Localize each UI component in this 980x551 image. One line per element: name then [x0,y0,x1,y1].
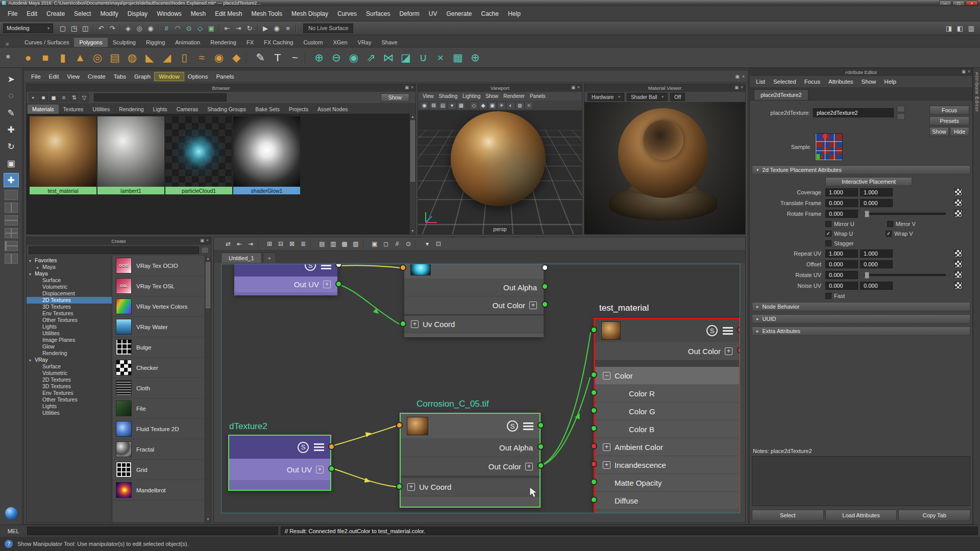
mirror-v-checkbox[interactable] [887,221,893,227]
node-attribute-row[interactable]: Color R [595,385,739,403]
input-port[interactable] [400,264,406,271]
align-left-icon[interactable]: ▤ [317,239,327,249]
tree-item[interactable]: ▸Maya [27,264,112,270]
selected-port[interactable] [335,264,342,268]
separate-icon[interactable]: ⊖ [328,49,345,66]
tree-expand-icon[interactable]: ▾ [29,271,35,278]
poly-platonic-icon[interactable]: ◆ [228,49,245,66]
repeat-uv-map-button[interactable] [954,249,962,257]
select-by-object-icon[interactable]: ◎ [134,23,144,33]
tree-item[interactable]: Env Textures [27,310,112,317]
scroll-down-icon[interactable]: ▼ [410,228,415,234]
wrap-u-checkbox[interactable]: ✓ [825,231,831,237]
output-connections-icon[interactable]: ⇥ [233,23,243,33]
sep[interactable] [91,23,95,33]
rotate-uv-slider[interactable] [864,274,946,276]
swatch-small-button[interactable] [897,106,905,112]
browser-tab[interactable]: Rendering [114,105,148,114]
material-swatch-image[interactable] [233,116,300,187]
node-file1[interactable]: Out Alpha Out Color + + Uv Coord [404,264,544,337]
shaded-icon[interactable]: ◆ [479,102,487,110]
ipr-render-icon[interactable]: ◉ [272,23,282,33]
undo-icon[interactable]: ↶ [96,23,106,33]
tree-item[interactable]: Volumetric [27,370,112,377]
image-plane-icon[interactable]: ▦ [457,102,465,110]
sep[interactable] [294,23,298,33]
noise-uv-map-button[interactable] [954,282,962,289]
browser-tab[interactable]: Lights [149,105,172,114]
input-port[interactable] [591,461,597,467]
offset-v-field[interactable]: 0.000 [860,260,893,268]
rotate-frame-slider[interactable] [864,213,946,215]
rearrange-graph-icon[interactable]: ≣ [298,239,308,249]
interactive-placement-button[interactable]: Interactive Placement [825,177,912,186]
material-viewer-render[interactable] [584,102,745,234]
close-icon[interactable]: × [968,69,970,74]
menu-item[interactable]: Mesh Tools [247,10,287,17]
mel-label[interactable]: MEL [2,528,24,534]
menu-item[interactable]: Create [42,10,69,17]
select-camera-icon[interactable]: ◉ [420,102,429,110]
menu-item[interactable]: Modify [95,10,122,17]
material-swatch-image[interactable] [97,116,164,187]
frame-selection-icon[interactable]: ◻ [381,239,391,249]
tree-item[interactable]: Other Textures [27,396,112,403]
browser-tab[interactable]: Asset Nodes [313,105,353,114]
poly-text-icon[interactable]: T [269,49,286,66]
snap-to-plane-icon[interactable]: ◇ [195,23,205,33]
material-swatch-image[interactable] [30,116,96,187]
sculpt-tool-icon[interactable]: ✎ [252,49,269,66]
remove-from-graph-icon[interactable]: ⊟ [276,239,286,249]
select-by-component-icon[interactable]: ◉ [145,23,156,33]
attribute-editor-menu-item[interactable]: List [752,79,769,85]
boolean-icon[interactable]: ∪ [414,49,432,66]
hide-button[interactable]: Hide [950,127,969,136]
browser-tab[interactable]: Textures [59,105,88,114]
node-row-out-uv[interactable]: Out UV + [229,459,330,480]
sep[interactable] [466,102,469,110]
sep[interactable] [217,23,221,33]
tree-item[interactable]: Surface [27,277,112,284]
poly-plane-icon[interactable]: ▤ [106,49,124,66]
poly-sphere-icon[interactable]: ● [19,49,37,66]
renderer-dropdown[interactable]: Hardware ▾ [587,93,624,101]
poly-disc-icon[interactable]: ◍ [124,49,141,66]
menu-item[interactable]: Select [69,10,95,17]
swatch-large-button[interactable] [897,113,905,120]
input-port[interactable] [591,443,597,449]
attribute-editor-menu-item[interactable]: Attributes [824,79,857,85]
close-icon[interactable]: × [411,85,413,90]
close-icon[interactable]: × [742,74,745,79]
bookmark-icon[interactable]: ▾ [422,239,432,249]
node-header[interactable]: S [595,319,739,342]
tree-item[interactable]: Glow [27,343,112,350]
repeat-u-field[interactable]: 1.000 [825,249,858,258]
node-tab[interactable]: place2dTexture2 [754,89,808,100]
node-graph-canvas[interactable]: S Out UV + [221,264,740,513]
shelf-tab[interactable]: FX [241,38,259,47]
node-test-material[interactable]: S Out Color + − [594,318,740,513]
selected-port[interactable] [542,264,548,271]
hypershade-menu-item[interactable]: Graph [130,72,155,81]
create-list-scrollbar[interactable]: ▲ ▼ [205,256,211,522]
snap-to-curve-icon[interactable]: ◠ [173,23,183,33]
quad-draw-icon[interactable]: ▦ [449,49,467,66]
filter-icon[interactable]: ▽ [80,93,89,102]
scroll-thumb[interactable] [206,262,210,308]
rotate-tool-icon[interactable]: ↻ [4,139,19,154]
sep[interactable] [415,240,420,248]
large-swatches-icon[interactable]: ◼ [49,93,58,102]
layout-three-panes-left-button[interactable] [5,241,18,251]
output-connections-icon[interactable]: ⇥ [246,239,256,249]
input-port[interactable] [591,371,597,378]
sep[interactable] [363,240,368,248]
shelf-tab[interactable]: Rigging [141,38,170,47]
shading-group-badge[interactable]: S [507,420,518,432]
bevel-icon[interactable]: ◪ [397,49,414,66]
translate-frame-u-field[interactable]: 0.000 [825,199,858,207]
scale-tool-icon[interactable]: ▣ [4,156,19,170]
input-port[interactable] [591,389,597,396]
repeat-v-field[interactable]: 1.000 [860,249,893,258]
popout-icon[interactable]: ▣ [735,74,740,79]
scroll-up-icon[interactable]: ▲ [205,256,211,262]
